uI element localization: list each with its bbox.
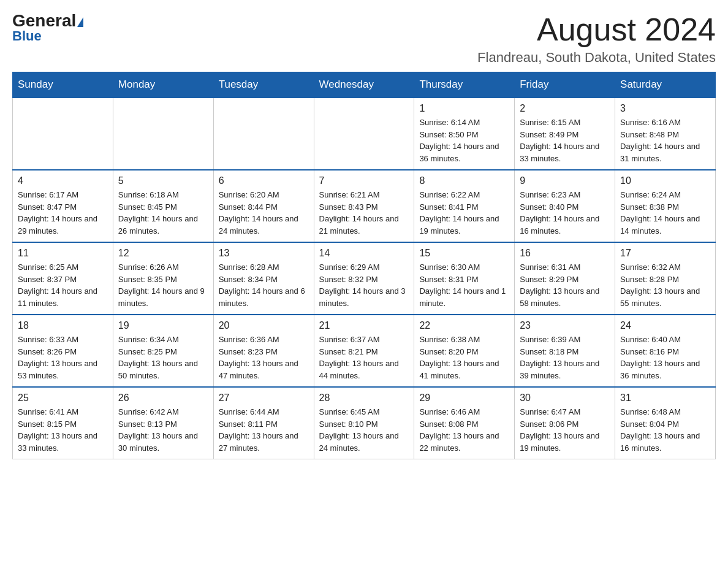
logo-triangle-icon [77,17,83,27]
day-info: Sunrise: 6:37 AM Sunset: 8:21 PM Dayligh… [319,334,409,381]
day-number: 28 [319,393,409,404]
calendar-week-row: 4Sunrise: 6:17 AM Sunset: 8:47 PM Daylig… [13,170,716,242]
day-info: Sunrise: 6:33 AM Sunset: 8:26 PM Dayligh… [18,334,108,381]
calendar-cell: 18Sunrise: 6:33 AM Sunset: 8:26 PM Dayli… [13,315,113,387]
day-info: Sunrise: 6:25 AM Sunset: 8:37 PM Dayligh… [18,261,108,309]
day-number: 5 [118,175,208,186]
calendar-cell: 20Sunrise: 6:36 AM Sunset: 8:23 PM Dayli… [213,315,314,387]
day-info: Sunrise: 6:18 AM Sunset: 8:45 PM Dayligh… [118,189,208,237]
calendar-cell: 5Sunrise: 6:18 AM Sunset: 8:45 PM Daylig… [113,170,213,242]
weekday-header-wednesday: Wednesday [314,72,414,98]
calendar-cell: 24Sunrise: 6:40 AM Sunset: 8:16 PM Dayli… [615,315,716,387]
logo-blue: Blue [12,28,42,44]
calendar-cell: 10Sunrise: 6:24 AM Sunset: 8:38 PM Dayli… [615,170,716,242]
day-info: Sunrise: 6:17 AM Sunset: 8:47 PM Dayligh… [18,189,108,237]
day-number: 25 [18,393,108,404]
calendar-cell: 26Sunrise: 6:42 AM Sunset: 8:13 PM Dayli… [113,387,213,459]
calendar-cell [113,98,213,170]
day-info: Sunrise: 6:23 AM Sunset: 8:40 PM Dayligh… [520,189,610,237]
calendar-cell: 14Sunrise: 6:29 AM Sunset: 8:32 PM Dayli… [314,242,414,315]
calendar-cell: 15Sunrise: 6:30 AM Sunset: 8:31 PM Dayli… [414,242,515,315]
calendar-cell: 19Sunrise: 6:34 AM Sunset: 8:25 PM Dayli… [113,315,213,387]
calendar-cell: 3Sunrise: 6:16 AM Sunset: 8:48 PM Daylig… [615,98,716,170]
calendar-cell: 31Sunrise: 6:48 AM Sunset: 8:04 PM Dayli… [615,387,716,459]
day-number: 1 [419,103,509,114]
calendar-cell: 25Sunrise: 6:41 AM Sunset: 8:15 PM Dayli… [13,387,113,459]
day-info: Sunrise: 6:32 AM Sunset: 8:28 PM Dayligh… [620,261,710,309]
calendar-cell: 4Sunrise: 6:17 AM Sunset: 8:47 PM Daylig… [13,170,113,242]
day-number: 29 [419,393,509,404]
day-info: Sunrise: 6:46 AM Sunset: 8:08 PM Dayligh… [419,406,509,454]
calendar-cell: 8Sunrise: 6:22 AM Sunset: 8:41 PM Daylig… [414,170,515,242]
day-info: Sunrise: 6:38 AM Sunset: 8:20 PM Dayligh… [419,334,509,381]
day-number: 26 [118,393,208,404]
day-info: Sunrise: 6:15 AM Sunset: 8:49 PM Dayligh… [520,117,610,164]
day-info: Sunrise: 6:21 AM Sunset: 8:43 PM Dayligh… [319,189,409,237]
calendar-cell: 23Sunrise: 6:39 AM Sunset: 8:18 PM Dayli… [515,315,615,387]
day-number: 31 [620,393,710,404]
day-number: 9 [520,175,610,186]
calendar-cell: 7Sunrise: 6:21 AM Sunset: 8:43 PM Daylig… [314,170,414,242]
day-info: Sunrise: 6:26 AM Sunset: 8:35 PM Dayligh… [118,261,208,309]
day-number: 12 [118,248,208,259]
weekday-header-friday: Friday [515,72,615,98]
weekday-header-row: SundayMondayTuesdayWednesdayThursdayFrid… [13,72,716,98]
calendar-cell: 27Sunrise: 6:44 AM Sunset: 8:11 PM Dayli… [213,387,314,459]
logo: General Blue [12,12,83,44]
day-info: Sunrise: 6:14 AM Sunset: 8:50 PM Dayligh… [419,117,509,164]
calendar-cell: 28Sunrise: 6:45 AM Sunset: 8:10 PM Dayli… [314,387,414,459]
weekday-header-tuesday: Tuesday [213,72,314,98]
calendar-cell: 22Sunrise: 6:38 AM Sunset: 8:20 PM Dayli… [414,315,515,387]
day-number: 7 [319,175,409,186]
day-number: 22 [419,320,509,331]
calendar-cell: 9Sunrise: 6:23 AM Sunset: 8:40 PM Daylig… [515,170,615,242]
month-title: August 2024 [477,12,716,47]
day-info: Sunrise: 6:36 AM Sunset: 8:23 PM Dayligh… [219,334,309,381]
day-info: Sunrise: 6:44 AM Sunset: 8:11 PM Dayligh… [219,406,309,454]
calendar-table: SundayMondayTuesdayWednesdayThursdayFrid… [12,72,716,459]
calendar-cell: 11Sunrise: 6:25 AM Sunset: 8:37 PM Dayli… [13,242,113,315]
day-number: 19 [118,320,208,331]
calendar-week-row: 1Sunrise: 6:14 AM Sunset: 8:50 PM Daylig… [13,98,716,170]
day-info: Sunrise: 6:29 AM Sunset: 8:32 PM Dayligh… [319,261,409,309]
calendar-cell [314,98,414,170]
calendar-cell: 16Sunrise: 6:31 AM Sunset: 8:29 PM Dayli… [515,242,615,315]
day-info: Sunrise: 6:39 AM Sunset: 8:18 PM Dayligh… [520,334,610,381]
day-info: Sunrise: 6:30 AM Sunset: 8:31 PM Dayligh… [419,261,509,309]
calendar-week-row: 18Sunrise: 6:33 AM Sunset: 8:26 PM Dayli… [13,315,716,387]
day-info: Sunrise: 6:47 AM Sunset: 8:06 PM Dayligh… [520,406,610,454]
day-number: 27 [219,393,309,404]
day-number: 21 [319,320,409,331]
calendar-cell [13,98,113,170]
calendar-cell: 21Sunrise: 6:37 AM Sunset: 8:21 PM Dayli… [314,315,414,387]
day-info: Sunrise: 6:45 AM Sunset: 8:10 PM Dayligh… [319,406,409,454]
day-number: 3 [620,103,710,114]
weekday-header-saturday: Saturday [615,72,716,98]
day-info: Sunrise: 6:48 AM Sunset: 8:04 PM Dayligh… [620,406,710,454]
day-number: 24 [620,320,710,331]
day-number: 18 [18,320,108,331]
logo-general: General [12,12,83,29]
page-header: General Blue August 2024 Flandreau, Sout… [12,12,716,66]
weekday-header-thursday: Thursday [414,72,515,98]
day-number: 17 [620,248,710,259]
day-number: 16 [520,248,610,259]
day-number: 2 [520,103,610,114]
calendar-header: SundayMondayTuesdayWednesdayThursdayFrid… [13,72,716,98]
day-number: 11 [18,248,108,259]
day-info: Sunrise: 6:31 AM Sunset: 8:29 PM Dayligh… [520,261,610,309]
calendar-body: 1Sunrise: 6:14 AM Sunset: 8:50 PM Daylig… [13,98,716,459]
calendar-cell: 12Sunrise: 6:26 AM Sunset: 8:35 PM Dayli… [113,242,213,315]
day-number: 10 [620,175,710,186]
day-info: Sunrise: 6:41 AM Sunset: 8:15 PM Dayligh… [18,406,108,454]
weekday-header-monday: Monday [113,72,213,98]
weekday-header-sunday: Sunday [13,72,113,98]
day-info: Sunrise: 6:22 AM Sunset: 8:41 PM Dayligh… [419,189,509,237]
day-info: Sunrise: 6:20 AM Sunset: 8:44 PM Dayligh… [219,189,309,237]
calendar-week-row: 11Sunrise: 6:25 AM Sunset: 8:37 PM Dayli… [13,242,716,315]
day-number: 14 [319,248,409,259]
day-info: Sunrise: 6:42 AM Sunset: 8:13 PM Dayligh… [118,406,208,454]
calendar-week-row: 25Sunrise: 6:41 AM Sunset: 8:15 PM Dayli… [13,387,716,459]
day-number: 20 [219,320,309,331]
calendar-cell: 1Sunrise: 6:14 AM Sunset: 8:50 PM Daylig… [414,98,515,170]
